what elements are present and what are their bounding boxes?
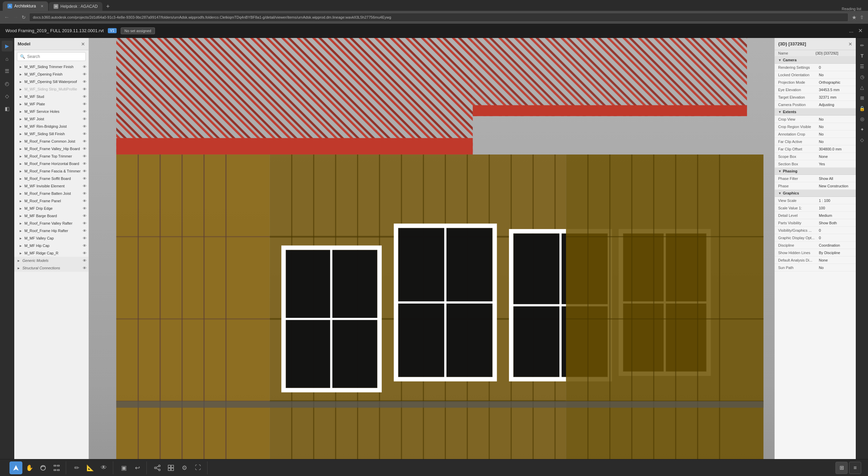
grid-view-toggle[interactable]: ⊞ [835, 462, 848, 474]
measure-angle-button[interactable]: 📐 [84, 461, 97, 474]
star-icon[interactable]: ✦ [857, 125, 867, 134]
measure-distance-button[interactable]: ✏ [70, 461, 83, 474]
group-visibility-icon[interactable]: 👁 [83, 258, 86, 263]
tree-item[interactable]: ► M_Roof_Frame Panel 👁 [14, 197, 88, 205]
fit-button[interactable] [50, 461, 63, 474]
visibility-icon[interactable]: 👁 [83, 65, 86, 69]
prop-section-extents[interactable]: ▼ Extents [775, 108, 856, 116]
reload-icon[interactable]: ↻ [22, 15, 26, 20]
visibility-icon[interactable]: 👁 [83, 80, 86, 84]
tree-item[interactable]: ► M_Roof_Frame Fascia & Trimmer 👁 [14, 167, 88, 175]
settings-button[interactable]: ⚙ [178, 461, 191, 474]
visibility-icon[interactable]: 👁 [83, 206, 86, 210]
tree-item[interactable]: ► M_WF_Siding Sill Finish 👁 [14, 130, 88, 138]
tree-item[interactable]: ► M_Roof_Frame Valley Rafter 👁 [14, 220, 88, 227]
tree-item[interactable]: ► M_Roof_Frame Batten Joist 👁 [14, 190, 88, 197]
browser-address-bar[interactable]: ← → ↻ docs.b360.autodesk.com/projects/2d… [0, 11, 868, 24]
tree-item[interactable]: ► M_MF Barge Board 👁 [14, 212, 88, 220]
tree-item[interactable]: ► M_MF Ridge Cap_R 👁 [14, 249, 88, 257]
undo-button[interactable]: ↩ [131, 461, 144, 474]
visibility-icon[interactable]: 👁 [83, 236, 86, 240]
visibility-icon[interactable]: 👁 [83, 72, 86, 76]
visibility-icon[interactable]: 👁 [83, 154, 86, 158]
view-split-button[interactable]: ▣ [117, 461, 130, 474]
tree-item[interactable]: ► M_WF Plate 👁 [14, 100, 88, 108]
prop-section-phasing[interactable]: ▼ Phasing [775, 168, 856, 175]
group-visibility-icon[interactable]: 👁 [83, 266, 86, 270]
browser-tab-helpdesk[interactable]: H Helpdesk : AGACAD [49, 2, 102, 11]
layers-icon[interactable]: ☰ [2, 66, 13, 77]
tree-item[interactable]: ► M_Roof_Frame Hip Rafter 👁 [14, 227, 88, 234]
tree-item[interactable]: ► M_MF Valley Cap 👁 [14, 234, 88, 242]
visibility-icon[interactable]: 👁 [83, 102, 86, 106]
shapes-icon[interactable]: ◇ [2, 91, 13, 102]
forward-nav-icon[interactable]: → [13, 14, 18, 20]
visibility-icon[interactable]: 👁 [83, 229, 86, 233]
visibility-icon[interactable]: 👁 [83, 244, 86, 248]
orbit-button[interactable] [37, 461, 50, 474]
text-tool-icon[interactable]: T [857, 51, 867, 61]
model-panel-close-icon[interactable]: ✕ [81, 41, 85, 47]
search-input[interactable] [27, 54, 83, 59]
tree-item[interactable]: ► M_WF_Opening Sill Waterproof 👁 [14, 78, 88, 85]
tree-group-item[interactable]: ► Generic Models 👁 [14, 257, 88, 264]
browser-tab-architektura[interactable]: A Architektura × [3, 1, 48, 11]
visibility-icon[interactable]: 👁 [83, 184, 86, 188]
visibility-icon[interactable]: 👁 [83, 214, 86, 218]
tree-item[interactable]: ► M_WF Stud 👁 [14, 93, 88, 100]
share-button[interactable] [151, 461, 164, 474]
stack-icon[interactable]: ◧ [2, 103, 13, 114]
visibility-icon[interactable]: 👁 [83, 95, 86, 99]
tree-item[interactable]: ► M_WF Rim-Bridging Joist 👁 [14, 123, 88, 130]
section-view-button[interactable]: 👁 [97, 461, 110, 474]
back-nav-icon[interactable]: ← [4, 14, 9, 20]
tree-item[interactable]: ► M_Roof_Frame Soffit Board 👁 [14, 175, 88, 182]
fullscreen-button[interactable]: ⛶ [192, 461, 204, 474]
visibility-icon[interactable]: 👁 [83, 251, 86, 255]
reading-list[interactable]: Reading list [838, 7, 865, 11]
visibility-icon[interactable]: 👁 [83, 139, 86, 143]
address-input[interactable]: docs.b360.autodesk.com/projects/2d1d64a0… [29, 13, 848, 22]
tree-item[interactable]: ► M_WF Service Holes 👁 [14, 108, 88, 115]
visibility-icon[interactable]: 👁 [83, 162, 86, 166]
pan-button[interactable]: ✋ [23, 461, 36, 474]
tree-item[interactable]: ► M_Roof_Frame Common Joist 👁 [14, 138, 88, 145]
visibility-icon[interactable]: 👁 [83, 147, 86, 151]
pencil-icon[interactable]: ✏ [857, 41, 867, 50]
section-plane-icon[interactable]: ◇ [857, 135, 867, 145]
search-box[interactable]: 🔍 [17, 52, 86, 61]
visibility-icon[interactable]: 👁 [83, 124, 86, 128]
tree-item[interactable]: ► M_WF_Siding Strip_MultiProfile 👁 [14, 85, 88, 93]
list-view-toggle[interactable]: ≡ [849, 462, 861, 474]
clock-icon[interactable]: ◴ [2, 78, 13, 89]
visibility-icon[interactable]: 👁 [83, 199, 86, 203]
star-bookmark-icon[interactable]: ★ [852, 14, 856, 21]
tree-item[interactable]: ► M_WF_Opening Finish 👁 [14, 70, 88, 78]
lock-icon[interactable]: 🔒 [857, 104, 867, 113]
no-set-button[interactable]: No set assigned [121, 27, 155, 34]
home-icon[interactable]: ⌂ [2, 53, 13, 64]
tree-item[interactable]: ► M_Roof_Frame Valley_Hip Board 👁 [14, 145, 88, 152]
menu-icon[interactable]: ☰ [857, 62, 867, 71]
history-icon[interactable]: ◷ [857, 72, 867, 82]
prop-panel-close-icon[interactable]: ✕ [848, 41, 852, 47]
tree-item[interactable]: ► M_MF Drip Edge 👁 [14, 205, 88, 212]
tree-item[interactable]: ► M_MF Hip Cap 👁 [14, 242, 88, 249]
prop-section-graphics[interactable]: ▼ Graphics [775, 190, 856, 197]
visibility-icon[interactable]: 👁 [83, 117, 86, 121]
viewport[interactable]: ⊕ ↕ [89, 38, 774, 459]
explode-button[interactable] [164, 461, 177, 474]
grid-view-icon[interactable]: ⊞ [857, 93, 867, 103]
visibility-icon[interactable]: 👁 [83, 191, 86, 195]
ellipsis-icon[interactable]: ... [849, 28, 853, 34]
share-icon[interactable]: ⇧ [860, 15, 864, 20]
visibility-icon[interactable]: 👁 [83, 177, 86, 181]
visibility-icon[interactable]: 👁 [83, 132, 86, 136]
tree-item[interactable]: ► M_WF Invisible Element 👁 [14, 182, 88, 190]
tree-item[interactable]: ► M_WF_Siding Trimmer Finish 👁 [14, 63, 88, 70]
navigate-button[interactable] [9, 461, 22, 474]
visibility-icon[interactable]: 👁 [83, 87, 86, 91]
tree-item[interactable]: ► M_Roof_Frame Top Trimmer 👁 [14, 152, 88, 160]
visibility-icon[interactable]: 👁 [83, 109, 86, 113]
prop-section-camera[interactable]: ▼ Camera [775, 57, 856, 64]
